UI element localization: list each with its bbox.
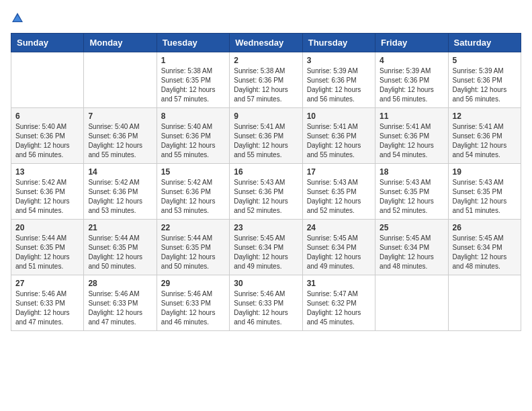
day-number: 22 (161, 223, 225, 232)
table-row: 30Sunrise: 5:46 AM Sunset: 6:33 PM Dayli… (230, 275, 302, 331)
col-thursday: Thursday (302, 34, 375, 52)
table-row: 28Sunrise: 5:46 AM Sunset: 6:33 PM Dayli… (84, 275, 157, 331)
day-info: Sunrise: 5:39 AM Sunset: 6:36 PM Dayligh… (380, 66, 443, 104)
day-number: 11 (380, 111, 443, 121)
day-number: 19 (453, 167, 517, 177)
day-info: Sunrise: 5:38 AM Sunset: 6:35 PM Dayligh… (161, 66, 225, 104)
calendar-week-row: 1Sunrise: 5:38 AM Sunset: 6:35 PM Daylig… (11, 52, 521, 108)
table-row: 18Sunrise: 5:43 AM Sunset: 6:35 PM Dayli… (375, 164, 448, 220)
table-row: 7Sunrise: 5:40 AM Sunset: 6:36 PM Daylig… (84, 108, 157, 164)
col-sunday: Sunday (11, 34, 84, 52)
day-info: Sunrise: 5:40 AM Sunset: 6:36 PM Dayligh… (161, 122, 225, 160)
day-info: Sunrise: 5:42 AM Sunset: 6:36 PM Dayligh… (15, 178, 79, 216)
table-row: 10Sunrise: 5:41 AM Sunset: 6:36 PM Dayli… (302, 108, 375, 164)
day-info: Sunrise: 5:44 AM Sunset: 6:35 PM Dayligh… (88, 234, 152, 271)
day-info: Sunrise: 5:47 AM Sunset: 6:32 PM Dayligh… (307, 289, 371, 327)
day-number: 1 (161, 56, 225, 65)
day-number: 18 (380, 167, 443, 177)
day-info: Sunrise: 5:42 AM Sunset: 6:36 PM Dayligh… (88, 178, 152, 216)
day-number: 27 (15, 279, 79, 288)
day-info: Sunrise: 5:46 AM Sunset: 6:33 PM Dayligh… (88, 289, 152, 327)
header (11, 11, 521, 25)
table-row: 16Sunrise: 5:43 AM Sunset: 6:36 PM Dayli… (230, 164, 302, 220)
day-info: Sunrise: 5:41 AM Sunset: 6:36 PM Dayligh… (307, 122, 371, 160)
table-row: 12Sunrise: 5:41 AM Sunset: 6:36 PM Dayli… (448, 108, 521, 164)
day-info: Sunrise: 5:43 AM Sunset: 6:35 PM Dayligh… (380, 178, 443, 216)
calendar-week-row: 13Sunrise: 5:42 AM Sunset: 6:36 PM Dayli… (11, 164, 521, 220)
col-wednesday: Wednesday (230, 34, 302, 52)
table-row (375, 275, 448, 331)
day-info: Sunrise: 5:41 AM Sunset: 6:36 PM Dayligh… (234, 122, 298, 160)
table-row: 4Sunrise: 5:39 AM Sunset: 6:36 PM Daylig… (375, 52, 448, 108)
day-number: 13 (15, 167, 79, 177)
day-number: 29 (161, 279, 225, 288)
calendar-header-row: Sunday Monday Tuesday Wednesday Thursday… (11, 34, 521, 52)
day-info: Sunrise: 5:38 AM Sunset: 6:36 PM Dayligh… (234, 66, 298, 104)
day-info: Sunrise: 5:43 AM Sunset: 6:36 PM Dayligh… (234, 178, 298, 216)
day-number: 12 (453, 111, 517, 121)
day-info: Sunrise: 5:39 AM Sunset: 6:36 PM Dayligh… (307, 66, 371, 104)
day-number: 10 (307, 111, 371, 121)
calendar-week-row: 6Sunrise: 5:40 AM Sunset: 6:36 PM Daylig… (11, 108, 521, 164)
day-info: Sunrise: 5:45 AM Sunset: 6:34 PM Dayligh… (234, 234, 298, 271)
day-info: Sunrise: 5:40 AM Sunset: 6:36 PM Dayligh… (15, 122, 79, 160)
table-row: 3Sunrise: 5:39 AM Sunset: 6:36 PM Daylig… (302, 52, 375, 108)
table-row: 17Sunrise: 5:43 AM Sunset: 6:35 PM Dayli… (302, 164, 375, 220)
day-number: 3 (307, 56, 371, 65)
table-row: 22Sunrise: 5:44 AM Sunset: 6:35 PM Dayli… (157, 220, 229, 275)
calendar-week-row: 27Sunrise: 5:46 AM Sunset: 6:33 PM Dayli… (11, 275, 521, 331)
day-info: Sunrise: 5:41 AM Sunset: 6:36 PM Dayligh… (453, 122, 517, 160)
day-info: Sunrise: 5:46 AM Sunset: 6:33 PM Dayligh… (234, 289, 298, 327)
day-number: 14 (88, 167, 152, 177)
day-number: 15 (161, 167, 225, 177)
day-number: 21 (88, 223, 152, 232)
table-row: 21Sunrise: 5:44 AM Sunset: 6:35 PM Dayli… (84, 220, 157, 275)
day-info: Sunrise: 5:46 AM Sunset: 6:33 PM Dayligh… (15, 289, 79, 327)
table-row: 29Sunrise: 5:46 AM Sunset: 6:33 PM Dayli… (157, 275, 229, 331)
table-row: 5Sunrise: 5:39 AM Sunset: 6:36 PM Daylig… (448, 52, 521, 108)
day-number: 20 (15, 223, 79, 232)
table-row (11, 52, 84, 108)
day-number: 6 (15, 111, 79, 121)
table-row: 26Sunrise: 5:45 AM Sunset: 6:34 PM Dayli… (448, 220, 521, 275)
calendar-week-row: 20Sunrise: 5:44 AM Sunset: 6:35 PM Dayli… (11, 220, 521, 275)
table-row: 8Sunrise: 5:40 AM Sunset: 6:36 PM Daylig… (157, 108, 229, 164)
table-row: 19Sunrise: 5:43 AM Sunset: 6:35 PM Dayli… (448, 164, 521, 220)
day-number: 17 (307, 167, 371, 177)
day-number: 7 (88, 111, 152, 121)
day-info: Sunrise: 5:45 AM Sunset: 6:34 PM Dayligh… (453, 234, 517, 271)
table-row: 20Sunrise: 5:44 AM Sunset: 6:35 PM Dayli… (11, 220, 84, 275)
day-number: 2 (234, 56, 298, 65)
col-tuesday: Tuesday (157, 34, 229, 52)
table-row: 2Sunrise: 5:38 AM Sunset: 6:36 PM Daylig… (230, 52, 302, 108)
generalblue-logo-icon (11, 11, 24, 25)
table-row: 1Sunrise: 5:38 AM Sunset: 6:35 PM Daylig… (157, 52, 229, 108)
day-number: 23 (234, 223, 298, 232)
logo (11, 11, 27, 25)
day-info: Sunrise: 5:46 AM Sunset: 6:33 PM Dayligh… (161, 289, 225, 327)
day-info: Sunrise: 5:40 AM Sunset: 6:36 PM Dayligh… (88, 122, 152, 160)
col-friday: Friday (375, 34, 448, 52)
day-info: Sunrise: 5:41 AM Sunset: 6:36 PM Dayligh… (380, 122, 443, 160)
table-row: 25Sunrise: 5:45 AM Sunset: 6:34 PM Dayli… (375, 220, 448, 275)
table-row: 27Sunrise: 5:46 AM Sunset: 6:33 PM Dayli… (11, 275, 84, 331)
day-number: 16 (234, 167, 298, 177)
table-row: 13Sunrise: 5:42 AM Sunset: 6:36 PM Dayli… (11, 164, 84, 220)
table-row (84, 52, 157, 108)
day-info: Sunrise: 5:39 AM Sunset: 6:36 PM Dayligh… (453, 66, 517, 104)
col-saturday: Saturday (448, 34, 521, 52)
table-row (448, 275, 521, 331)
table-row: 6Sunrise: 5:40 AM Sunset: 6:36 PM Daylig… (11, 108, 84, 164)
day-info: Sunrise: 5:44 AM Sunset: 6:35 PM Dayligh… (161, 234, 225, 271)
day-number: 24 (307, 223, 371, 232)
day-number: 4 (380, 56, 443, 65)
day-info: Sunrise: 5:43 AM Sunset: 6:35 PM Dayligh… (453, 178, 517, 216)
day-number: 26 (453, 223, 517, 232)
day-number: 5 (453, 56, 517, 65)
day-number: 28 (88, 279, 152, 288)
day-number: 25 (380, 223, 443, 232)
table-row: 11Sunrise: 5:41 AM Sunset: 6:36 PM Dayli… (375, 108, 448, 164)
day-number: 30 (234, 279, 298, 288)
table-row: 23Sunrise: 5:45 AM Sunset: 6:34 PM Dayli… (230, 220, 302, 275)
table-row: 9Sunrise: 5:41 AM Sunset: 6:36 PM Daylig… (230, 108, 302, 164)
